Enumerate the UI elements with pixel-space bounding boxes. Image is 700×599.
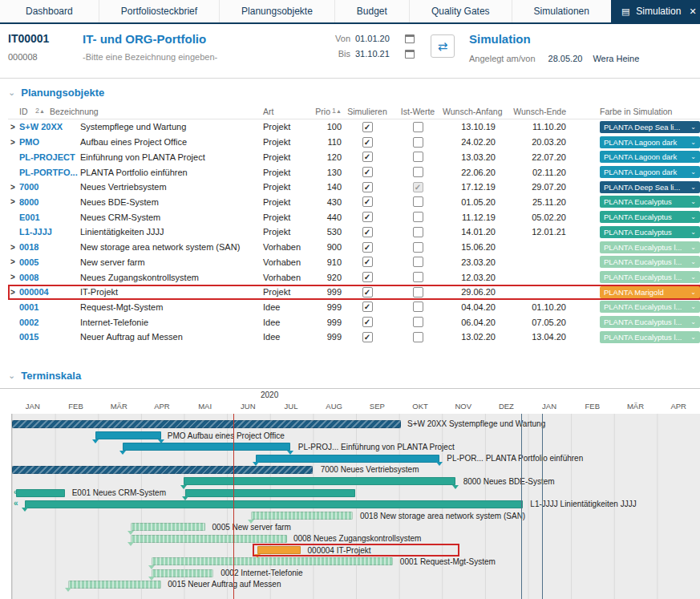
refresh-button[interactable]: ⇄ [431, 34, 455, 58]
expand-arrow-icon[interactable]: > [8, 243, 19, 252]
gantt-bar[interactable] [131, 523, 205, 531]
simulieren-checkbox[interactable]: ✓ [362, 257, 373, 267]
ist-werte-checkbox[interactable] [413, 332, 423, 342]
row-id[interactable]: 0005 [19, 257, 50, 267]
expand-arrow-icon[interactable]: > [8, 183, 19, 192]
ist-werte-checkbox[interactable] [413, 242, 423, 253]
expand-arrow-icon[interactable]: > [8, 123, 19, 132]
gantt-bar[interactable] [123, 443, 291, 451]
gantt-bar[interactable] [95, 431, 161, 439]
ist-werte-checkbox[interactable] [413, 287, 423, 297]
close-icon[interactable]: ✕ [689, 6, 696, 17]
farbe-dropdown[interactable]: PLANTA Eucalyptus l...⌄ [600, 256, 700, 268]
table-row[interactable]: >0008Neues ZugangskontrollsystemVorhaben… [8, 269, 700, 285]
col-wunsch-ende[interactable]: Wunsch-Ende [513, 107, 577, 116]
farbe-dropdown[interactable]: PLANTA Eucalyptus l...⌄ [600, 241, 700, 253]
row-id[interactable]: 0015 [19, 332, 50, 342]
von-value[interactable]: 01.01.20 [355, 34, 400, 43]
gantt-bar[interactable] [152, 569, 214, 577]
row-id[interactable]: 8000 [19, 197, 50, 207]
simulieren-checkbox[interactable]: ✓ [362, 196, 373, 207]
gantt-bar[interactable] [12, 466, 313, 474]
row-id[interactable]: 0001 [19, 302, 50, 312]
simulieren-checkbox[interactable]: ✓ [362, 302, 373, 312]
farbe-dropdown[interactable]: PLANTA Eucalyptus l...⌄ [600, 331, 700, 343]
row-id[interactable]: PMO [19, 137, 50, 147]
simulieren-checkbox[interactable]: ✓ [362, 122, 373, 132]
farbe-dropdown[interactable]: PLANTA Eucalyptus l...⌄ [600, 301, 700, 313]
simulieren-checkbox[interactable]: ✓ [362, 212, 373, 222]
col-simulieren[interactable]: Simulieren [342, 107, 393, 116]
row-id[interactable]: L1-JJJJ [19, 227, 50, 237]
table-row[interactable]: 0015Neuer Auftrag auf MessenIdee999✓13.0… [8, 330, 700, 345]
simulieren-checkbox[interactable]: ✓ [362, 242, 373, 253]
row-id[interactable]: 000004 [19, 287, 50, 297]
ist-werte-checkbox[interactable] [413, 212, 423, 222]
ist-werte-checkbox[interactable] [413, 152, 423, 162]
ist-werte-checkbox[interactable] [413, 272, 423, 282]
farbe-dropdown[interactable]: PLANTA Deep Sea li...⌄ [600, 121, 700, 133]
table-row[interactable]: 0001Request-Mgt-SystemIdee999✓04.04.2001… [8, 300, 700, 315]
gantt-bar[interactable] [184, 477, 455, 485]
expand-arrow-icon[interactable]: > [8, 257, 19, 266]
table-row[interactable]: PL-PORTFO...PLANTA Portfolio einführenPr… [8, 164, 700, 180]
row-id[interactable]: 0018 [19, 242, 50, 252]
table-row[interactable]: >0005New server farmVorhaben910✓23.03.20… [8, 254, 700, 269]
ist-werte-checkbox[interactable] [413, 122, 423, 132]
simulieren-checkbox[interactable]: ✓ [362, 167, 373, 177]
row-id[interactable]: PL-PORTFO... [19, 168, 50, 177]
col-prio[interactable]: Prio 1▲ [313, 107, 342, 116]
farbe-dropdown[interactable]: PLANTA Lagoon dark⌄ [600, 136, 700, 148]
section-planungsobjekte[interactable]: ⌄ Planungsobjekte [0, 79, 700, 103]
ist-werte-checkbox[interactable] [413, 167, 423, 177]
row-id[interactable]: E001 [19, 212, 50, 222]
simulieren-checkbox[interactable]: ✓ [362, 287, 373, 297]
table-row[interactable]: >0018New storage area network system (SA… [8, 240, 700, 255]
col-bezeichnung[interactable]: Bezeichnung [50, 107, 263, 116]
gantt-bar[interactable] [251, 512, 354, 520]
row-id[interactable]: PL-PROJECT [19, 152, 50, 162]
bis-value[interactable]: 31.10.21 [355, 49, 400, 59]
tab-simulationen[interactable]: Simulationen [512, 0, 611, 22]
tab-portfoliosteckbrief[interactable]: Portfoliosteckbrief [99, 0, 219, 22]
gantt-bar[interactable] [131, 535, 287, 543]
collapse-chevron-icon[interactable]: ⌄ [8, 370, 15, 381]
table-row[interactable]: L1-JJJJLinientätigkeiten JJJJProjekt530✓… [8, 225, 700, 240]
simulieren-checkbox[interactable]: ✓ [362, 227, 373, 237]
table-row[interactable]: >PMOAufbau eines Project OfficeProjekt11… [8, 135, 700, 150]
portfolio-name-placeholder[interactable]: -Bitte eine Bezeichnung eingeben- [83, 52, 330, 62]
row-id[interactable]: 0002 [19, 318, 50, 327]
row-id[interactable]: 0008 [19, 273, 50, 282]
gantt-bar[interactable] [256, 455, 440, 463]
expand-arrow-icon[interactable]: > [8, 273, 19, 281]
row-id[interactable]: 7000 [19, 182, 50, 192]
ist-werte-checkbox[interactable] [413, 227, 423, 237]
row-id[interactable]: S+W 20XX [19, 122, 50, 132]
ist-werte-checkbox[interactable] [413, 257, 423, 267]
expand-arrow-icon[interactable]: > [8, 197, 19, 206]
tab-simulation-active[interactable]: ▤ Simulation ✕ [611, 0, 700, 22]
gantt-bar[interactable] [16, 489, 65, 497]
tab-budget[interactable]: Budget [334, 0, 409, 22]
table-row[interactable]: PL-PROJECTEinführung von PLANTA ProjectP… [8, 149, 700, 164]
farbe-dropdown[interactable]: PLANTA Deep Sea li...⌄ [600, 181, 700, 193]
calendar-icon[interactable] [405, 50, 415, 59]
simulieren-checkbox[interactable]: ✓ [362, 272, 373, 282]
table-row[interactable]: 0002Internet-TelefonieIdee999✓06.04.2007… [8, 314, 700, 330]
gantt-bar[interactable] [12, 420, 401, 428]
expand-arrow-icon[interactable]: > [8, 138, 19, 147]
ist-werte-checkbox[interactable] [413, 317, 423, 327]
simulieren-checkbox[interactable]: ✓ [362, 137, 373, 148]
col-art[interactable]: Art [263, 107, 313, 116]
ist-werte-checkbox[interactable]: ✓ [413, 182, 423, 192]
gantt-bar[interactable] [152, 557, 393, 565]
ist-werte-checkbox[interactable] [413, 137, 423, 148]
ist-werte-checkbox[interactable] [413, 302, 423, 312]
calendar-icon[interactable] [405, 34, 415, 43]
col-id[interactable]: ID 2▲ [19, 107, 50, 116]
col-ist-werte[interactable]: Ist-Werte [393, 107, 443, 116]
ist-werte-checkbox[interactable] [413, 196, 423, 207]
farbe-dropdown[interactable]: PLANTA Eucalyptus l...⌄ [600, 271, 700, 283]
farbe-dropdown[interactable]: PLANTA Eucalyptus⌄ [600, 226, 700, 238]
table-row[interactable]: >8000Neues BDE-SystemProjekt430✓01.05.20… [8, 195, 700, 210]
